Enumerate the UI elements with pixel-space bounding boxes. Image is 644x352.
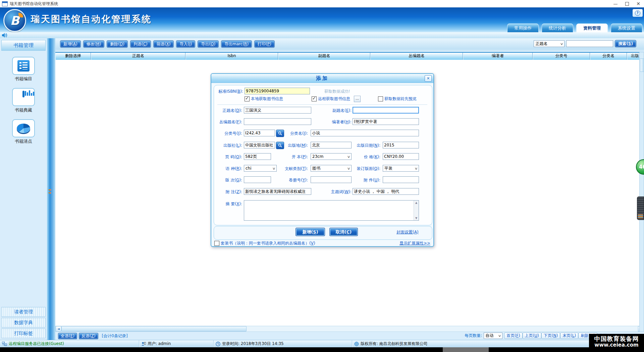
per-page-select[interactable]: 自动 ∨: [484, 333, 502, 339]
close-icon[interactable]: ✕: [633, 0, 644, 7]
edition-input[interactable]: [244, 176, 271, 183]
tab-data-management[interactable]: 资料管理: [576, 24, 608, 33]
toolbar-button[interactable]: 导出(O): [198, 40, 219, 48]
remote-source-more-button[interactable]: …: [354, 96, 361, 102]
window-controls: — ✕: [610, 0, 644, 7]
publisher-input[interactable]: [244, 142, 275, 148]
window-title: 瑞天图书馆自动化管理系统: [10, 1, 58, 7]
dialog-close-icon[interactable]: ✕: [425, 75, 432, 82]
table-column-header[interactable]: 分类号: [533, 53, 590, 60]
table-column-header[interactable]: 副题名: [278, 53, 370, 60]
page-nav-button[interactable]: 下页(N): [541, 333, 560, 339]
vertical-scroll-thumb[interactable]: [640, 58, 644, 72]
volume-label: 卷册号(Y):: [272, 177, 308, 183]
author-input[interactable]: [353, 118, 419, 125]
chevron-down-icon: ∨: [560, 42, 564, 46]
series-title-input[interactable]: [244, 118, 311, 125]
checkbox-icon[interactable]: [312, 96, 317, 101]
search-input[interactable]: [566, 40, 613, 47]
sidebar-item-book-cataloging[interactable]: 书籍编目: [0, 57, 47, 82]
page-nav-button[interactable]: 末页(L): [560, 333, 578, 339]
scroll-down-icon: ▼: [415, 217, 417, 220]
search-field-select[interactable]: 正题名 ∨: [534, 40, 565, 47]
dialog-cancel-button[interactable]: 取消(C): [329, 228, 358, 236]
toolbar-button[interactable]: 修改(M): [83, 40, 105, 48]
sidebar-splitter[interactable]: ◄◄: [47, 38, 55, 340]
sidebar-item-print-labels[interactable]: 打印标签: [1, 328, 46, 338]
taskbar-fragment: [443, 347, 489, 352]
speaker-icon[interactable]: [2, 33, 7, 39]
toolbar-button[interactable]: 列选(C): [130, 40, 151, 48]
fetch-status-text: 获取数据成功!: [324, 89, 350, 94]
cover-settings-link[interactable]: 封面设置(A): [396, 229, 419, 235]
pages-input[interactable]: [244, 153, 271, 160]
toolbar-button[interactable]: 筛选(X): [153, 40, 174, 48]
table-column-header[interactable]: 删除选择: [55, 53, 91, 60]
table-column-header[interactable]: 正题名: [91, 53, 185, 60]
main-title-input[interactable]: [244, 107, 311, 114]
checkbox-icon[interactable]: [378, 96, 383, 101]
tab-system-settings[interactable]: 系统设置: [611, 24, 642, 33]
textarea-scrollbar[interactable]: ▲▼: [414, 201, 419, 220]
sidebar-item-reader-management[interactable]: 读者管理: [1, 307, 46, 317]
scroll-left-icon[interactable]: ◄: [56, 326, 61, 332]
table-column-header[interactable]: 编著者: [463, 53, 533, 60]
abstract-textarea[interactable]: ▲▼: [244, 200, 419, 221]
sidebar-bottom-sections: 读者管理 数据字典 打印标签: [0, 306, 47, 339]
dialog-add-button[interactable]: 新增(S): [296, 228, 325, 236]
scroll-up-icon: ▲: [415, 201, 417, 204]
pub-date-input[interactable]: [383, 142, 419, 148]
search-button[interactable]: 搜索(S): [615, 40, 636, 47]
toolbar-button[interactable]: 导出marc(R): [221, 40, 252, 48]
page-nav-button[interactable]: 首页(F): [504, 333, 522, 339]
attachment-input[interactable]: [383, 176, 419, 183]
chevron-down-icon: ∨: [498, 334, 501, 338]
per-page-label: 每页数量:: [465, 333, 482, 339]
sidebar-item-data-dictionary[interactable]: 数据字典: [1, 318, 46, 327]
sidebar-item-book-inventory[interactable]: 书籍清点: [0, 119, 47, 144]
subject-input[interactable]: [353, 188, 419, 195]
checkbox-icon[interactable]: [245, 96, 250, 101]
tab-statistics[interactable]: 统计分析: [542, 24, 573, 33]
price-input[interactable]: [383, 153, 419, 160]
class-name-input[interactable]: [311, 130, 419, 136]
isbn-input[interactable]: [245, 88, 310, 94]
pages-label: 页 码(O):: [211, 154, 242, 160]
note-input[interactable]: [244, 188, 311, 195]
local-fetch-checkbox[interactable]: 本地获取图书信息: [245, 96, 283, 102]
restore-icon[interactable]: [621, 0, 633, 7]
remote-fetch-checkbox[interactable]: 远程获取图书信息: [312, 96, 350, 102]
vertical-scrollbar[interactable]: [639, 52, 644, 332]
table-column-header[interactable]: 丛编题名: [370, 53, 463, 60]
horizontal-scrollbar[interactable]: ◄ ►: [55, 326, 644, 332]
binding-select[interactable]: 平装∨: [383, 165, 419, 172]
toolbar-buttons: 新增(A)修改(M)删除(D)列选(C)筛选(X)导入(I)导出(O)导出mar…: [60, 42, 277, 46]
edition-label: 版 次(G):: [211, 177, 242, 183]
checkbox-icon[interactable]: [214, 241, 219, 246]
subtitle-input[interactable]: [353, 107, 419, 114]
floating-slider-widget[interactable]: [637, 196, 644, 220]
tab-common-operations[interactable]: 常用操作: [507, 24, 539, 33]
class-number-input[interactable]: [244, 130, 275, 136]
minimize-icon[interactable]: —: [610, 0, 621, 7]
toolbar-button[interactable]: 删除(D): [107, 40, 128, 48]
toolbar-button[interactable]: 打印(P): [254, 40, 275, 48]
page-nav-button[interactable]: 上页(U): [523, 333, 541, 339]
price-label: 价 格(K):: [344, 154, 380, 160]
invert-selection-button[interactable]: 反选(Z): [79, 333, 98, 339]
logo-wedge: [18, 13, 23, 17]
horizontal-scroll-thumb[interactable]: [61, 326, 247, 332]
toolbar-button[interactable]: 新增(A): [60, 40, 81, 48]
status-bar: 远程编目服务器已连接(Guest) 用户: admin 登录时间: 2018年3…: [0, 340, 644, 347]
table-column-header[interactable]: 分类名: [590, 53, 627, 60]
cd-icon: [354, 342, 359, 346]
toolbar-button[interactable]: 导入(I): [176, 40, 195, 48]
sidebar-item-book-collection[interactable]: 书籍典藏: [0, 88, 47, 113]
preview-before-fetch-checkbox[interactable]: 获取数据前先预览: [378, 96, 417, 102]
help-icon[interactable]: ?: [633, 9, 643, 17]
splitter-grip-icon[interactable]: ◄◄: [48, 188, 51, 194]
book-set-checkbox[interactable]: 套装书（说明：同一套书请录入相同的丛编题名）(V): [214, 240, 315, 246]
table-column-header[interactable]: Isbn: [185, 53, 278, 60]
show-extended-attrs-link[interactable]: 显示扩展属性>>: [399, 240, 430, 246]
select-all-button[interactable]: 全选(E): [58, 333, 77, 339]
